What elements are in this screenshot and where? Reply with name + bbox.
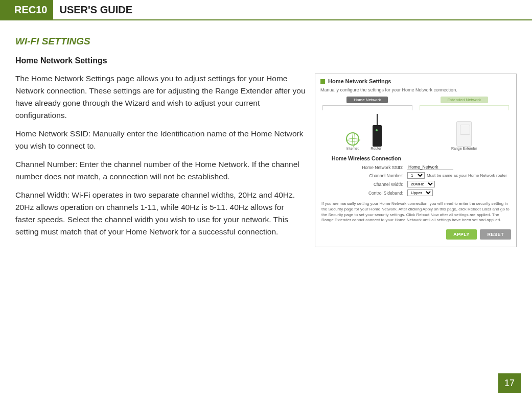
router-icon <box>363 111 389 147</box>
section-title: WI-FI SETTINGS <box>15 36 517 47</box>
apply-button[interactable]: APPLY <box>446 229 477 240</box>
header-accent <box>0 0 10 19</box>
select-channel-width[interactable]: 20MHz <box>407 181 435 187</box>
header-badge: REC10 <box>10 0 53 19</box>
label-control-sideband: Control Sideband: <box>320 191 407 196</box>
label-channel-number: Channel Number: <box>320 173 407 178</box>
settings-screenshot: Home Network Settings Manually configure… <box>315 74 517 247</box>
shot-footnote: If you are manually setting your Home Ne… <box>321 201 510 223</box>
doc-header: REC10 USER'S GUIDE <box>0 0 532 19</box>
header-title: USER'S GUIDE <box>53 0 132 19</box>
accent-square-icon <box>320 79 325 84</box>
shot-section-heading: Home Wireless Connection <box>332 155 511 161</box>
input-ssid[interactable] <box>407 164 453 170</box>
note-channel: Must be same as your Home Network router <box>427 173 507 178</box>
body-content: Home Network Settings Manually configure… <box>15 73 517 251</box>
label-internet: Internet <box>346 147 359 150</box>
shot-subtitle: Manually configure the settings for your… <box>320 87 511 92</box>
tab-home-network[interactable]: Home Network <box>346 97 388 103</box>
label-channel-width: Channel Width: <box>320 182 407 187</box>
shot-title: Home Network Settings <box>328 78 391 84</box>
select-channel-number[interactable]: 1 <box>407 172 425 179</box>
network-diagram: Home Network Internet Router <box>320 97 511 150</box>
label-router: Router <box>371 147 381 150</box>
reset-button[interactable]: RESET <box>480 229 511 240</box>
label-ssid: Home Network SSID: <box>320 165 407 170</box>
globe-icon <box>346 132 359 146</box>
page-number: 17 <box>498 373 521 393</box>
subsection-title: Home Network Settings <box>15 56 517 65</box>
label-extender: Range Extender <box>451 147 477 150</box>
extender-icon <box>456 121 472 147</box>
select-control-sideband[interactable]: Upper <box>407 189 433 196</box>
tab-extended-network[interactable]: Extended Network <box>441 97 488 103</box>
